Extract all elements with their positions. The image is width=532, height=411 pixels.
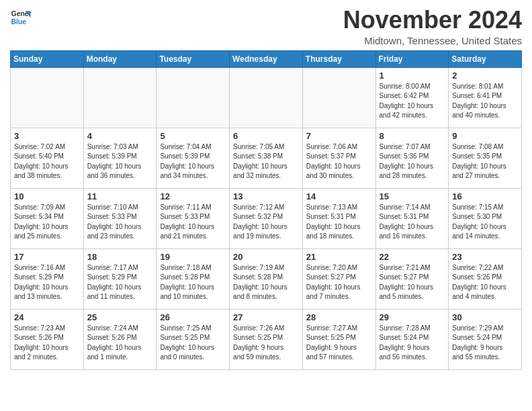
day-number: 12 <box>160 191 226 201</box>
day-number: 18 <box>87 252 153 262</box>
calendar-cell-w1-d6: 1Sunrise: 8:00 AM Sunset: 6:42 PM Daylig… <box>375 67 449 128</box>
day-info: Sunrise: 7:18 AM Sunset: 5:28 PM Dayligh… <box>160 263 226 302</box>
calendar-cell-w1-d4 <box>230 67 303 128</box>
day-info: Sunrise: 7:19 AM Sunset: 5:28 PM Dayligh… <box>233 263 299 302</box>
header-wednesday: Wednesday <box>230 50 303 67</box>
day-number: 9 <box>452 131 518 141</box>
calendar-cell-w3-d1: 10Sunrise: 7:09 AM Sunset: 5:34 PM Dayli… <box>11 188 84 248</box>
day-info: Sunrise: 7:20 AM Sunset: 5:27 PM Dayligh… <box>306 263 372 302</box>
day-number: 5 <box>160 131 226 141</box>
day-info: Sunrise: 7:10 AM Sunset: 5:33 PM Dayligh… <box>87 203 153 242</box>
calendar-week-5: 24Sunrise: 7:23 AM Sunset: 5:26 PM Dayli… <box>11 309 522 369</box>
day-number: 28 <box>306 312 372 322</box>
day-info: Sunrise: 7:14 AM Sunset: 5:31 PM Dayligh… <box>380 203 445 242</box>
day-number: 29 <box>380 312 445 322</box>
day-info: Sunrise: 7:24 AM Sunset: 5:26 PM Dayligh… <box>87 324 153 363</box>
day-info: Sunrise: 7:09 AM Sunset: 5:34 PM Dayligh… <box>14 203 80 242</box>
calendar-cell-w5-d6: 29Sunrise: 7:28 AM Sunset: 5:24 PM Dayli… <box>375 309 449 369</box>
day-info: Sunrise: 7:04 AM Sunset: 5:39 PM Dayligh… <box>160 142 226 181</box>
day-info: Sunrise: 7:17 AM Sunset: 5:29 PM Dayligh… <box>87 263 153 302</box>
calendar-cell-w3-d5: 14Sunrise: 7:13 AM Sunset: 5:31 PM Dayli… <box>302 188 375 248</box>
calendar-cell-w2-d3: 5Sunrise: 7:04 AM Sunset: 5:39 PM Daylig… <box>157 128 230 188</box>
day-info: Sunrise: 8:00 AM Sunset: 6:42 PM Dayligh… <box>380 82 445 121</box>
day-number: 10 <box>14 191 80 201</box>
calendar-cell-w5-d7: 30Sunrise: 7:29 AM Sunset: 5:24 PM Dayli… <box>449 309 522 369</box>
calendar-cell-w5-d2: 25Sunrise: 7:24 AM Sunset: 5:26 PM Dayli… <box>83 309 157 369</box>
svg-text:Blue: Blue <box>11 18 27 26</box>
header-sunday: Sunday <box>11 50 84 67</box>
day-number: 7 <box>306 131 372 141</box>
calendar-cell-w4-d4: 20Sunrise: 7:19 AM Sunset: 5:28 PM Dayli… <box>230 248 303 309</box>
header: General Blue November 2024 Midtown, Tenn… <box>10 7 522 46</box>
day-info: Sunrise: 7:07 AM Sunset: 5:36 PM Dayligh… <box>380 142 445 181</box>
day-number: 21 <box>306 252 372 262</box>
day-info: Sunrise: 7:26 AM Sunset: 5:25 PM Dayligh… <box>233 324 299 363</box>
header-thursday: Thursday <box>302 50 375 67</box>
header-tuesday: Tuesday <box>157 50 230 67</box>
calendar-cell-w4-d7: 23Sunrise: 7:22 AM Sunset: 5:26 PM Dayli… <box>449 248 522 309</box>
calendar-cell-w3-d6: 15Sunrise: 7:14 AM Sunset: 5:31 PM Dayli… <box>375 188 449 248</box>
day-info: Sunrise: 7:13 AM Sunset: 5:31 PM Dayligh… <box>306 203 372 242</box>
day-number: 4 <box>87 131 153 141</box>
day-number: 6 <box>233 131 299 141</box>
day-info: Sunrise: 7:25 AM Sunset: 5:25 PM Dayligh… <box>160 324 226 363</box>
calendar-cell-w4-d2: 18Sunrise: 7:17 AM Sunset: 5:29 PM Dayli… <box>83 248 157 309</box>
calendar-cell-w1-d5 <box>302 67 375 128</box>
day-number: 14 <box>306 191 372 201</box>
calendar-week-4: 17Sunrise: 7:16 AM Sunset: 5:29 PM Dayli… <box>11 248 522 309</box>
calendar-cell-w4-d6: 22Sunrise: 7:21 AM Sunset: 5:27 PM Dayli… <box>375 248 449 309</box>
month-title: November 2024 <box>343 7 522 34</box>
day-info: Sunrise: 7:23 AM Sunset: 5:26 PM Dayligh… <box>14 324 80 363</box>
calendar-cell-w4-d5: 21Sunrise: 7:20 AM Sunset: 5:27 PM Dayli… <box>302 248 375 309</box>
day-number: 30 <box>452 312 518 322</box>
weekday-header-row: Sunday Monday Tuesday Wednesday Thursday… <box>11 50 522 67</box>
day-info: Sunrise: 7:28 AM Sunset: 5:24 PM Dayligh… <box>380 324 445 363</box>
calendar-cell-w5-d3: 26Sunrise: 7:25 AM Sunset: 5:25 PM Dayli… <box>157 309 230 369</box>
calendar-cell-w2-d6: 8Sunrise: 7:07 AM Sunset: 5:36 PM Daylig… <box>375 128 449 188</box>
day-info: Sunrise: 7:12 AM Sunset: 5:32 PM Dayligh… <box>233 203 299 242</box>
day-info: Sunrise: 7:02 AM Sunset: 5:40 PM Dayligh… <box>14 142 80 181</box>
calendar-cell-w1-d2 <box>83 67 157 128</box>
day-number: 20 <box>233 252 299 262</box>
calendar-cell-w4-d1: 17Sunrise: 7:16 AM Sunset: 5:29 PM Dayli… <box>11 248 84 309</box>
day-number: 23 <box>452 252 518 262</box>
calendar-cell-w5-d4: 27Sunrise: 7:26 AM Sunset: 5:25 PM Dayli… <box>230 309 303 369</box>
calendar-cell-w3-d7: 16Sunrise: 7:15 AM Sunset: 5:30 PM Dayli… <box>449 188 522 248</box>
calendar-cell-w3-d4: 13Sunrise: 7:12 AM Sunset: 5:32 PM Dayli… <box>230 188 303 248</box>
calendar-cell-w5-d5: 28Sunrise: 7:27 AM Sunset: 5:25 PM Dayli… <box>302 309 375 369</box>
day-info: Sunrise: 8:01 AM Sunset: 6:41 PM Dayligh… <box>452 82 518 121</box>
day-info: Sunrise: 7:21 AM Sunset: 5:27 PM Dayligh… <box>380 263 445 302</box>
day-number: 24 <box>14 312 80 322</box>
calendar-table: Sunday Monday Tuesday Wednesday Thursday… <box>10 50 522 370</box>
calendar-cell-w5-d1: 24Sunrise: 7:23 AM Sunset: 5:26 PM Dayli… <box>11 309 84 369</box>
day-info: Sunrise: 7:16 AM Sunset: 5:29 PM Dayligh… <box>14 263 80 302</box>
day-info: Sunrise: 7:11 AM Sunset: 5:33 PM Dayligh… <box>160 203 226 242</box>
calendar-cell-w2-d5: 7Sunrise: 7:06 AM Sunset: 5:37 PM Daylig… <box>302 128 375 188</box>
day-number: 2 <box>452 71 518 81</box>
calendar-cell-w1-d7: 2Sunrise: 8:01 AM Sunset: 6:41 PM Daylig… <box>449 67 522 128</box>
logo-icon: General Blue <box>10 7 32 28</box>
day-info: Sunrise: 7:08 AM Sunset: 5:35 PM Dayligh… <box>452 142 518 181</box>
calendar-cell-w4-d3: 19Sunrise: 7:18 AM Sunset: 5:28 PM Dayli… <box>157 248 230 309</box>
day-info: Sunrise: 7:03 AM Sunset: 5:39 PM Dayligh… <box>87 142 153 181</box>
calendar-cell-w2-d1: 3Sunrise: 7:02 AM Sunset: 5:40 PM Daylig… <box>11 128 84 188</box>
calendar-cell-w1-d3 <box>157 67 230 128</box>
calendar-cell-w1-d1 <box>11 67 84 128</box>
day-number: 26 <box>160 312 226 322</box>
day-number: 27 <box>233 312 299 322</box>
day-info: Sunrise: 7:27 AM Sunset: 5:25 PM Dayligh… <box>306 324 372 363</box>
day-number: 16 <box>452 191 518 201</box>
day-number: 1 <box>380 71 445 81</box>
calendar-cell-w2-d2: 4Sunrise: 7:03 AM Sunset: 5:39 PM Daylig… <box>83 128 157 188</box>
day-info: Sunrise: 7:22 AM Sunset: 5:26 PM Dayligh… <box>452 263 518 302</box>
day-number: 8 <box>380 131 445 141</box>
calendar-cell-w2-d7: 9Sunrise: 7:08 AM Sunset: 5:35 PM Daylig… <box>449 128 522 188</box>
calendar-week-2: 3Sunrise: 7:02 AM Sunset: 5:40 PM Daylig… <box>11 128 522 188</box>
day-info: Sunrise: 7:15 AM Sunset: 5:30 PM Dayligh… <box>452 203 518 242</box>
location-subtitle: Midtown, Tennessee, United States <box>343 35 522 46</box>
day-info: Sunrise: 7:29 AM Sunset: 5:24 PM Dayligh… <box>452 324 518 363</box>
logo: General Blue <box>10 7 34 28</box>
day-number: 17 <box>14 252 80 262</box>
page-container: General Blue November 2024 Midtown, Tenn… <box>0 0 532 377</box>
day-info: Sunrise: 7:05 AM Sunset: 5:38 PM Dayligh… <box>233 142 299 181</box>
